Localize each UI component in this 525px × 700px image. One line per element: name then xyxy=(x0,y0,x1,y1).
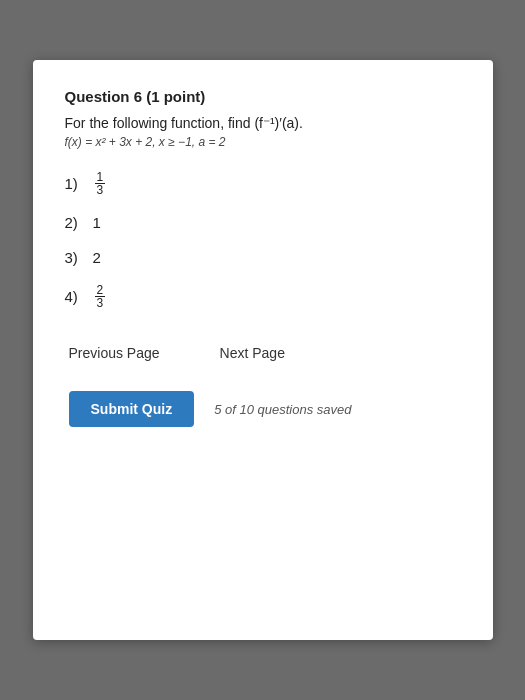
fraction-2-3: 2 3 xyxy=(95,284,106,309)
answer-value: 1 3 xyxy=(93,171,106,196)
question-params: f(x) = x² + 3x + 2, x ≥ −1, a = 2 xyxy=(65,135,461,149)
answer-value: 1 xyxy=(93,214,101,231)
answer-number: 1) xyxy=(65,175,93,192)
answer-number: 3) xyxy=(65,249,93,266)
quiz-page: Question 6 (1 point) For the following f… xyxy=(33,60,493,640)
nav-buttons: Previous Page Next Page xyxy=(65,339,461,367)
answer-list: 1) 1 3 2) 1 3) 2 4) 2 3 xyxy=(65,171,461,309)
previous-page-button[interactable]: Previous Page xyxy=(69,339,160,367)
list-item: 4) 2 3 xyxy=(65,284,461,309)
question-prompt: For the following function, find (f⁻¹)′(… xyxy=(65,115,461,131)
answer-number: 4) xyxy=(65,288,93,305)
answer-value: 2 xyxy=(93,249,101,266)
list-item: 1) 1 3 xyxy=(65,171,461,196)
bottom-bar: Submit Quiz 5 of 10 questions saved xyxy=(65,391,461,427)
question-title: Question 6 (1 point) xyxy=(65,88,461,105)
list-item: 2) 1 xyxy=(65,214,461,231)
fraction-1-3: 1 3 xyxy=(95,171,106,196)
answer-value: 2 3 xyxy=(93,284,106,309)
submit-quiz-button[interactable]: Submit Quiz xyxy=(69,391,195,427)
list-item: 3) 2 xyxy=(65,249,461,266)
next-page-button[interactable]: Next Page xyxy=(220,339,285,367)
answer-number: 2) xyxy=(65,214,93,231)
saved-status: 5 of 10 questions saved xyxy=(214,402,351,417)
